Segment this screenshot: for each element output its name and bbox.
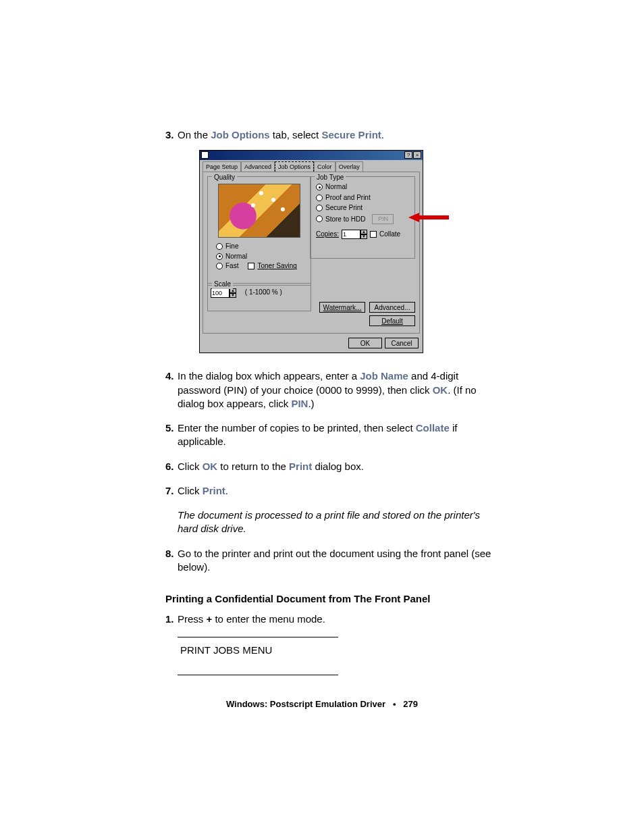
radio-proof[interactable]: Proof and Print [316, 193, 412, 203]
ok-button[interactable]: OK [348, 338, 382, 348]
page-footer: Windows: Postscript Emulation Driver • 2… [0, 699, 644, 709]
jobtype-group: Job Type Normal Proof and Print Secure P… [310, 176, 415, 259]
tab-color[interactable]: Color [314, 161, 336, 172]
radio-store[interactable]: Store to HDD PIN [316, 214, 412, 224]
group-label: Scale [212, 280, 233, 289]
group-label: Quality [212, 173, 237, 182]
tabs: Page Setup Advanced Job Options Color Ov… [200, 160, 423, 172]
radio-normal-job[interactable]: Normal [316, 182, 412, 192]
tab-page-setup[interactable]: Page Setup [203, 161, 241, 172]
step-8: 8. Go to the printer and print out the d… [165, 547, 502, 575]
scale-input[interactable] [211, 288, 230, 298]
step-list: 3. On the Job Options tab, select Secure… [165, 128, 502, 498]
app-icon [201, 151, 209, 159]
document-page: 3. On the Job Options tab, select Secure… [0, 0, 644, 834]
radio-normal[interactable]: Normal [216, 252, 308, 261]
text: On the [178, 129, 211, 140]
default-button[interactable]: Default [369, 315, 415, 326]
lcd-text: PRINT JOBS MENU [180, 644, 272, 656]
lcd-display: PRINT JOBS MENU [178, 637, 338, 675]
toner-checkbox[interactable] [248, 263, 254, 269]
scale-spinner[interactable]: ▲▼ [211, 288, 236, 298]
sec2-step-1: 1. Press + to enter the menu mode. [165, 613, 502, 626]
pin-button[interactable]: PIN [372, 214, 394, 224]
collate-label: Collate [379, 230, 400, 239]
scale-range: ( 1-1000 % ) [245, 288, 282, 296]
group-label: Job Type [315, 173, 346, 182]
copies-spinner[interactable]: ▲▼ [342, 230, 367, 239]
text: . [381, 129, 384, 140]
dialog-screenshot: ? × Page Setup Advanced Job Options Colo… [199, 150, 442, 353]
preview-image [218, 184, 300, 238]
radio-secure[interactable]: Secure Print [316, 203, 412, 213]
copies-row: Copies: ▲▼ Collate [316, 230, 412, 239]
step-5: 5. Enter the number of copies to be prin… [165, 421, 502, 449]
tab-overlay[interactable]: Overlay [336, 161, 363, 172]
step-6: 6. Click OK to return to the Print dialo… [165, 460, 502, 473]
tab-advanced[interactable]: Advanced [241, 161, 275, 172]
label: Fine [225, 242, 238, 251]
collate-checkbox[interactable] [370, 231, 377, 238]
radio-fine[interactable]: Fine [216, 242, 308, 251]
text: tab, select [270, 129, 322, 140]
step-4: 4. In the dialog box which appears, ente… [165, 369, 502, 411]
emph: Job Options [211, 129, 270, 140]
section-heading: Printing a Confidential Document from Th… [165, 593, 502, 604]
label: Proof and Print [325, 193, 371, 203]
watermark-button[interactable]: Watermark... [319, 302, 365, 313]
tab-panel: Quality Fine Normal Fast To [203, 172, 420, 334]
titlebar: ? × [200, 151, 423, 160]
help-button[interactable]: ? [404, 151, 412, 159]
copies-input[interactable] [342, 230, 360, 239]
cancel-button[interactable]: Cancel [385, 338, 419, 348]
label: Normal [225, 252, 247, 261]
step-7: 7. Click Print. [165, 484, 502, 498]
quality-group: Quality Fine Normal Fast To [207, 176, 311, 286]
scale-group: Scale ▲▼ ( 1-1000 % ) [207, 283, 311, 311]
advanced-button[interactable]: Advanced... [369, 302, 415, 313]
radio-fast[interactable]: Fast Toner Saving [216, 261, 308, 271]
emph: Secure Print [321, 129, 381, 140]
label: Toner Saving [257, 261, 296, 271]
label: Secure Print [325, 203, 363, 213]
tab-job-options[interactable]: Job Options [275, 161, 314, 172]
label: Normal [325, 182, 347, 192]
print-dialog: ? × Page Setup Advanced Job Options Colo… [199, 150, 423, 353]
close-button[interactable]: × [413, 151, 421, 159]
copies-label: Copies: [316, 230, 339, 239]
label: Store to HDD [325, 215, 365, 224]
label: Fast [225, 261, 238, 271]
step-3: 3. On the Job Options tab, select Secure… [165, 128, 502, 353]
step-7-note: The document is processed to a print fil… [178, 509, 502, 536]
